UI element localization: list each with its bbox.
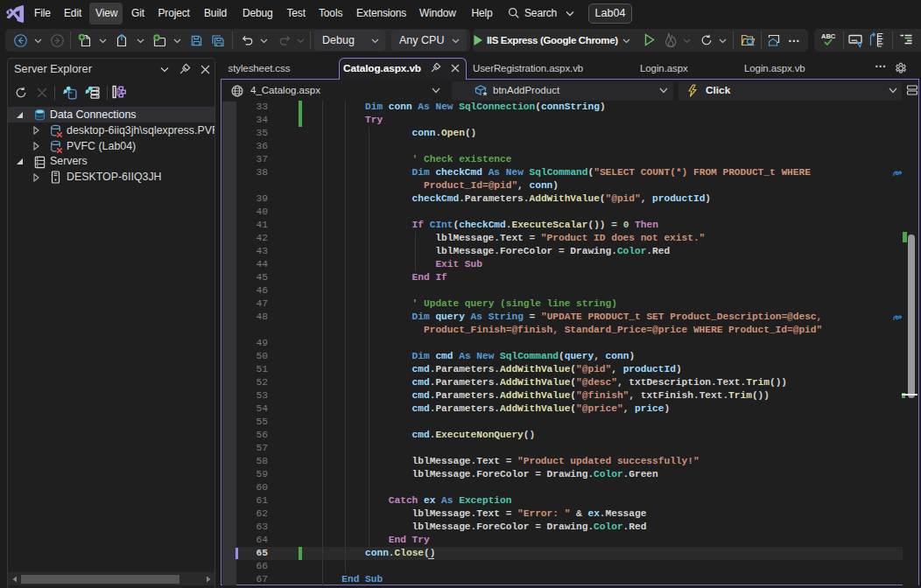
svg-text:ABC: ABC: [821, 32, 836, 40]
